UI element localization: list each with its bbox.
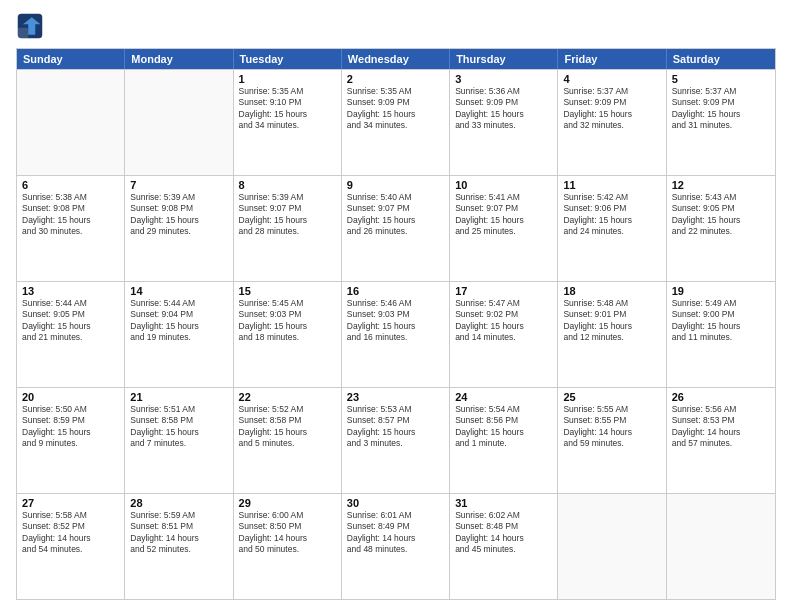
day-number: 15 xyxy=(239,285,336,297)
calendar-cell xyxy=(125,70,233,175)
cell-text: Sunrise: 5:35 AM Sunset: 9:09 PM Dayligh… xyxy=(347,86,444,132)
calendar-cell: 20Sunrise: 5:50 AM Sunset: 8:59 PM Dayli… xyxy=(17,388,125,493)
cell-text: Sunrise: 5:39 AM Sunset: 9:08 PM Dayligh… xyxy=(130,192,227,238)
cell-text: Sunrise: 5:59 AM Sunset: 8:51 PM Dayligh… xyxy=(130,510,227,556)
day-number: 5 xyxy=(672,73,770,85)
calendar-cell: 7Sunrise: 5:39 AM Sunset: 9:08 PM Daylig… xyxy=(125,176,233,281)
cell-text: Sunrise: 5:52 AM Sunset: 8:58 PM Dayligh… xyxy=(239,404,336,450)
cell-text: Sunrise: 5:58 AM Sunset: 8:52 PM Dayligh… xyxy=(22,510,119,556)
calendar-cell: 22Sunrise: 5:52 AM Sunset: 8:58 PM Dayli… xyxy=(234,388,342,493)
cell-text: Sunrise: 6:01 AM Sunset: 8:49 PM Dayligh… xyxy=(347,510,444,556)
day-number: 10 xyxy=(455,179,552,191)
day-number: 23 xyxy=(347,391,444,403)
day-number: 9 xyxy=(347,179,444,191)
day-number: 14 xyxy=(130,285,227,297)
calendar-cell xyxy=(17,70,125,175)
day-number: 11 xyxy=(563,179,660,191)
calendar-cell: 1Sunrise: 5:35 AM Sunset: 9:10 PM Daylig… xyxy=(234,70,342,175)
day-number: 31 xyxy=(455,497,552,509)
cell-text: Sunrise: 5:54 AM Sunset: 8:56 PM Dayligh… xyxy=(455,404,552,450)
day-number: 16 xyxy=(347,285,444,297)
calendar-cell: 14Sunrise: 5:44 AM Sunset: 9:04 PM Dayli… xyxy=(125,282,233,387)
day-number: 27 xyxy=(22,497,119,509)
calendar-cell: 24Sunrise: 5:54 AM Sunset: 8:56 PM Dayli… xyxy=(450,388,558,493)
cell-text: Sunrise: 6:00 AM Sunset: 8:50 PM Dayligh… xyxy=(239,510,336,556)
logo xyxy=(16,12,48,40)
cell-text: Sunrise: 5:56 AM Sunset: 8:53 PM Dayligh… xyxy=(672,404,770,450)
calendar-cell: 27Sunrise: 5:58 AM Sunset: 8:52 PM Dayli… xyxy=(17,494,125,599)
day-number: 24 xyxy=(455,391,552,403)
calendar-cell: 4Sunrise: 5:37 AM Sunset: 9:09 PM Daylig… xyxy=(558,70,666,175)
weekday-header: Tuesday xyxy=(234,49,342,69)
calendar-cell: 8Sunrise: 5:39 AM Sunset: 9:07 PM Daylig… xyxy=(234,176,342,281)
cell-text: Sunrise: 5:46 AM Sunset: 9:03 PM Dayligh… xyxy=(347,298,444,344)
calendar-cell xyxy=(667,494,775,599)
cell-text: Sunrise: 5:44 AM Sunset: 9:04 PM Dayligh… xyxy=(130,298,227,344)
day-number: 2 xyxy=(347,73,444,85)
cell-text: Sunrise: 5:40 AM Sunset: 9:07 PM Dayligh… xyxy=(347,192,444,238)
calendar-header: SundayMondayTuesdayWednesdayThursdayFrid… xyxy=(17,49,775,69)
cell-text: Sunrise: 5:48 AM Sunset: 9:01 PM Dayligh… xyxy=(563,298,660,344)
cell-text: Sunrise: 5:50 AM Sunset: 8:59 PM Dayligh… xyxy=(22,404,119,450)
day-number: 13 xyxy=(22,285,119,297)
calendar-cell: 30Sunrise: 6:01 AM Sunset: 8:49 PM Dayli… xyxy=(342,494,450,599)
calendar-cell: 12Sunrise: 5:43 AM Sunset: 9:05 PM Dayli… xyxy=(667,176,775,281)
day-number: 4 xyxy=(563,73,660,85)
calendar-cell: 16Sunrise: 5:46 AM Sunset: 9:03 PM Dayli… xyxy=(342,282,450,387)
calendar-cell: 6Sunrise: 5:38 AM Sunset: 9:08 PM Daylig… xyxy=(17,176,125,281)
day-number: 3 xyxy=(455,73,552,85)
cell-text: Sunrise: 5:44 AM Sunset: 9:05 PM Dayligh… xyxy=(22,298,119,344)
cell-text: Sunrise: 5:55 AM Sunset: 8:55 PM Dayligh… xyxy=(563,404,660,450)
day-number: 21 xyxy=(130,391,227,403)
day-number: 20 xyxy=(22,391,119,403)
header xyxy=(16,12,776,40)
calendar-cell: 3Sunrise: 5:36 AM Sunset: 9:09 PM Daylig… xyxy=(450,70,558,175)
calendar-cell: 18Sunrise: 5:48 AM Sunset: 9:01 PM Dayli… xyxy=(558,282,666,387)
day-number: 18 xyxy=(563,285,660,297)
cell-text: Sunrise: 5:47 AM Sunset: 9:02 PM Dayligh… xyxy=(455,298,552,344)
day-number: 25 xyxy=(563,391,660,403)
calendar-cell: 15Sunrise: 5:45 AM Sunset: 9:03 PM Dayli… xyxy=(234,282,342,387)
cell-text: Sunrise: 5:39 AM Sunset: 9:07 PM Dayligh… xyxy=(239,192,336,238)
calendar-cell: 10Sunrise: 5:41 AM Sunset: 9:07 PM Dayli… xyxy=(450,176,558,281)
calendar-cell: 29Sunrise: 6:00 AM Sunset: 8:50 PM Dayli… xyxy=(234,494,342,599)
day-number: 19 xyxy=(672,285,770,297)
calendar-row: 27Sunrise: 5:58 AM Sunset: 8:52 PM Dayli… xyxy=(17,493,775,599)
day-number: 28 xyxy=(130,497,227,509)
calendar-cell: 31Sunrise: 6:02 AM Sunset: 8:48 PM Dayli… xyxy=(450,494,558,599)
cell-text: Sunrise: 5:41 AM Sunset: 9:07 PM Dayligh… xyxy=(455,192,552,238)
calendar-cell: 26Sunrise: 5:56 AM Sunset: 8:53 PM Dayli… xyxy=(667,388,775,493)
calendar-cell: 5Sunrise: 5:37 AM Sunset: 9:09 PM Daylig… xyxy=(667,70,775,175)
day-number: 6 xyxy=(22,179,119,191)
day-number: 17 xyxy=(455,285,552,297)
weekday-header: Monday xyxy=(125,49,233,69)
calendar-cell: 21Sunrise: 5:51 AM Sunset: 8:58 PM Dayli… xyxy=(125,388,233,493)
svg-rect-2 xyxy=(18,28,29,39)
calendar-cell: 2Sunrise: 5:35 AM Sunset: 9:09 PM Daylig… xyxy=(342,70,450,175)
cell-text: Sunrise: 5:37 AM Sunset: 9:09 PM Dayligh… xyxy=(672,86,770,132)
cell-text: Sunrise: 5:45 AM Sunset: 9:03 PM Dayligh… xyxy=(239,298,336,344)
calendar-cell: 19Sunrise: 5:49 AM Sunset: 9:00 PM Dayli… xyxy=(667,282,775,387)
calendar-row: 6Sunrise: 5:38 AM Sunset: 9:08 PM Daylig… xyxy=(17,175,775,281)
day-number: 22 xyxy=(239,391,336,403)
weekday-header: Friday xyxy=(558,49,666,69)
weekday-header: Saturday xyxy=(667,49,775,69)
calendar-cell xyxy=(558,494,666,599)
cell-text: Sunrise: 6:02 AM Sunset: 8:48 PM Dayligh… xyxy=(455,510,552,556)
day-number: 8 xyxy=(239,179,336,191)
cell-text: Sunrise: 5:43 AM Sunset: 9:05 PM Dayligh… xyxy=(672,192,770,238)
calendar-cell: 28Sunrise: 5:59 AM Sunset: 8:51 PM Dayli… xyxy=(125,494,233,599)
calendar-body: 1Sunrise: 5:35 AM Sunset: 9:10 PM Daylig… xyxy=(17,69,775,599)
cell-text: Sunrise: 5:35 AM Sunset: 9:10 PM Dayligh… xyxy=(239,86,336,132)
cell-text: Sunrise: 5:51 AM Sunset: 8:58 PM Dayligh… xyxy=(130,404,227,450)
calendar: SundayMondayTuesdayWednesdayThursdayFrid… xyxy=(16,48,776,600)
calendar-row: 13Sunrise: 5:44 AM Sunset: 9:05 PM Dayli… xyxy=(17,281,775,387)
calendar-cell: 11Sunrise: 5:42 AM Sunset: 9:06 PM Dayli… xyxy=(558,176,666,281)
calendar-cell: 23Sunrise: 5:53 AM Sunset: 8:57 PM Dayli… xyxy=(342,388,450,493)
day-number: 12 xyxy=(672,179,770,191)
day-number: 30 xyxy=(347,497,444,509)
cell-text: Sunrise: 5:42 AM Sunset: 9:06 PM Dayligh… xyxy=(563,192,660,238)
calendar-row: 1Sunrise: 5:35 AM Sunset: 9:10 PM Daylig… xyxy=(17,69,775,175)
cell-text: Sunrise: 5:53 AM Sunset: 8:57 PM Dayligh… xyxy=(347,404,444,450)
calendar-cell: 9Sunrise: 5:40 AM Sunset: 9:07 PM Daylig… xyxy=(342,176,450,281)
